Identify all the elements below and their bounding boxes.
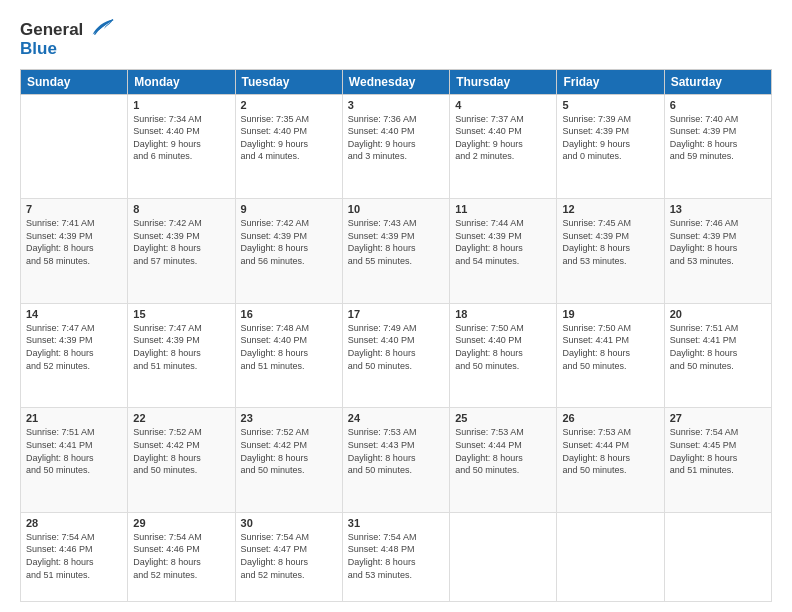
day-info: Sunrise: 7:47 AM Sunset: 4:39 PM Dayligh… <box>26 322 122 372</box>
day-info: Sunrise: 7:41 AM Sunset: 4:39 PM Dayligh… <box>26 217 122 267</box>
day-info: Sunrise: 7:53 AM Sunset: 4:44 PM Dayligh… <box>562 426 658 476</box>
day-info: Sunrise: 7:54 AM Sunset: 4:46 PM Dayligh… <box>133 531 229 581</box>
day-number: 10 <box>348 203 444 215</box>
calendar-table: SundayMondayTuesdayWednesdayThursdayFrid… <box>20 69 772 602</box>
day-cell <box>21 94 128 199</box>
logo: General Blue <box>20 18 115 59</box>
day-number: 14 <box>26 308 122 320</box>
day-number: 3 <box>348 99 444 111</box>
weekday-header-monday: Monday <box>128 69 235 94</box>
day-info: Sunrise: 7:54 AM Sunset: 4:47 PM Dayligh… <box>241 531 337 581</box>
day-number: 20 <box>670 308 766 320</box>
day-number: 16 <box>241 308 337 320</box>
day-cell: 27Sunrise: 7:54 AM Sunset: 4:45 PM Dayli… <box>664 408 771 513</box>
day-cell: 24Sunrise: 7:53 AM Sunset: 4:43 PM Dayli… <box>342 408 449 513</box>
day-info: Sunrise: 7:54 AM Sunset: 4:45 PM Dayligh… <box>670 426 766 476</box>
day-number: 6 <box>670 99 766 111</box>
week-row-3: 14Sunrise: 7:47 AM Sunset: 4:39 PM Dayli… <box>21 303 772 408</box>
day-number: 19 <box>562 308 658 320</box>
day-cell: 25Sunrise: 7:53 AM Sunset: 4:44 PM Dayli… <box>450 408 557 513</box>
day-cell: 8Sunrise: 7:42 AM Sunset: 4:39 PM Daylig… <box>128 199 235 304</box>
day-info: Sunrise: 7:50 AM Sunset: 4:40 PM Dayligh… <box>455 322 551 372</box>
day-number: 27 <box>670 412 766 424</box>
day-cell: 14Sunrise: 7:47 AM Sunset: 4:39 PM Dayli… <box>21 303 128 408</box>
day-number: 18 <box>455 308 551 320</box>
day-info: Sunrise: 7:53 AM Sunset: 4:43 PM Dayligh… <box>348 426 444 476</box>
weekday-header-thursday: Thursday <box>450 69 557 94</box>
day-cell: 30Sunrise: 7:54 AM Sunset: 4:47 PM Dayli… <box>235 512 342 601</box>
day-cell: 23Sunrise: 7:52 AM Sunset: 4:42 PM Dayli… <box>235 408 342 513</box>
day-cell: 20Sunrise: 7:51 AM Sunset: 4:41 PM Dayli… <box>664 303 771 408</box>
header: General Blue <box>20 18 772 59</box>
day-cell: 2Sunrise: 7:35 AM Sunset: 4:40 PM Daylig… <box>235 94 342 199</box>
day-cell: 13Sunrise: 7:46 AM Sunset: 4:39 PM Dayli… <box>664 199 771 304</box>
day-info: Sunrise: 7:50 AM Sunset: 4:41 PM Dayligh… <box>562 322 658 372</box>
day-info: Sunrise: 7:40 AM Sunset: 4:39 PM Dayligh… <box>670 113 766 163</box>
day-info: Sunrise: 7:36 AM Sunset: 4:40 PM Dayligh… <box>348 113 444 163</box>
day-info: Sunrise: 7:34 AM Sunset: 4:40 PM Dayligh… <box>133 113 229 163</box>
day-number: 9 <box>241 203 337 215</box>
day-cell: 5Sunrise: 7:39 AM Sunset: 4:39 PM Daylig… <box>557 94 664 199</box>
weekday-header-sunday: Sunday <box>21 69 128 94</box>
day-number: 29 <box>133 517 229 529</box>
day-number: 23 <box>241 412 337 424</box>
day-number: 17 <box>348 308 444 320</box>
day-number: 24 <box>348 412 444 424</box>
day-number: 13 <box>670 203 766 215</box>
day-info: Sunrise: 7:45 AM Sunset: 4:39 PM Dayligh… <box>562 217 658 267</box>
day-cell: 12Sunrise: 7:45 AM Sunset: 4:39 PM Dayli… <box>557 199 664 304</box>
day-info: Sunrise: 7:51 AM Sunset: 4:41 PM Dayligh… <box>26 426 122 476</box>
day-cell <box>664 512 771 601</box>
logo-bird-icon <box>87 14 115 42</box>
day-info: Sunrise: 7:44 AM Sunset: 4:39 PM Dayligh… <box>455 217 551 267</box>
day-cell: 29Sunrise: 7:54 AM Sunset: 4:46 PM Dayli… <box>128 512 235 601</box>
day-number: 22 <box>133 412 229 424</box>
day-cell: 22Sunrise: 7:52 AM Sunset: 4:42 PM Dayli… <box>128 408 235 513</box>
day-cell: 17Sunrise: 7:49 AM Sunset: 4:40 PM Dayli… <box>342 303 449 408</box>
day-cell: 11Sunrise: 7:44 AM Sunset: 4:39 PM Dayli… <box>450 199 557 304</box>
day-number: 2 <box>241 99 337 111</box>
day-cell: 9Sunrise: 7:42 AM Sunset: 4:39 PM Daylig… <box>235 199 342 304</box>
day-cell: 3Sunrise: 7:36 AM Sunset: 4:40 PM Daylig… <box>342 94 449 199</box>
day-info: Sunrise: 7:39 AM Sunset: 4:39 PM Dayligh… <box>562 113 658 163</box>
day-number: 11 <box>455 203 551 215</box>
day-info: Sunrise: 7:35 AM Sunset: 4:40 PM Dayligh… <box>241 113 337 163</box>
day-info: Sunrise: 7:53 AM Sunset: 4:44 PM Dayligh… <box>455 426 551 476</box>
day-number: 8 <box>133 203 229 215</box>
day-number: 25 <box>455 412 551 424</box>
weekday-header-row: SundayMondayTuesdayWednesdayThursdayFrid… <box>21 69 772 94</box>
day-cell: 15Sunrise: 7:47 AM Sunset: 4:39 PM Dayli… <box>128 303 235 408</box>
day-number: 1 <box>133 99 229 111</box>
week-row-1: 1Sunrise: 7:34 AM Sunset: 4:40 PM Daylig… <box>21 94 772 199</box>
day-info: Sunrise: 7:48 AM Sunset: 4:40 PM Dayligh… <box>241 322 337 372</box>
week-row-2: 7Sunrise: 7:41 AM Sunset: 4:39 PM Daylig… <box>21 199 772 304</box>
logo-general: General <box>20 20 83 40</box>
day-cell: 28Sunrise: 7:54 AM Sunset: 4:46 PM Dayli… <box>21 512 128 601</box>
day-info: Sunrise: 7:49 AM Sunset: 4:40 PM Dayligh… <box>348 322 444 372</box>
day-info: Sunrise: 7:43 AM Sunset: 4:39 PM Dayligh… <box>348 217 444 267</box>
day-info: Sunrise: 7:52 AM Sunset: 4:42 PM Dayligh… <box>241 426 337 476</box>
day-number: 21 <box>26 412 122 424</box>
day-number: 5 <box>562 99 658 111</box>
day-info: Sunrise: 7:42 AM Sunset: 4:39 PM Dayligh… <box>133 217 229 267</box>
day-info: Sunrise: 7:54 AM Sunset: 4:48 PM Dayligh… <box>348 531 444 581</box>
day-number: 26 <box>562 412 658 424</box>
day-info: Sunrise: 7:42 AM Sunset: 4:39 PM Dayligh… <box>241 217 337 267</box>
day-cell: 26Sunrise: 7:53 AM Sunset: 4:44 PM Dayli… <box>557 408 664 513</box>
day-cell: 1Sunrise: 7:34 AM Sunset: 4:40 PM Daylig… <box>128 94 235 199</box>
day-cell: 4Sunrise: 7:37 AM Sunset: 4:40 PM Daylig… <box>450 94 557 199</box>
day-cell <box>557 512 664 601</box>
weekday-header-wednesday: Wednesday <box>342 69 449 94</box>
day-info: Sunrise: 7:54 AM Sunset: 4:46 PM Dayligh… <box>26 531 122 581</box>
day-cell: 19Sunrise: 7:50 AM Sunset: 4:41 PM Dayli… <box>557 303 664 408</box>
day-number: 4 <box>455 99 551 111</box>
day-info: Sunrise: 7:37 AM Sunset: 4:40 PM Dayligh… <box>455 113 551 163</box>
day-cell <box>450 512 557 601</box>
day-info: Sunrise: 7:51 AM Sunset: 4:41 PM Dayligh… <box>670 322 766 372</box>
day-cell: 10Sunrise: 7:43 AM Sunset: 4:39 PM Dayli… <box>342 199 449 304</box>
day-number: 15 <box>133 308 229 320</box>
weekday-header-saturday: Saturday <box>664 69 771 94</box>
day-cell: 31Sunrise: 7:54 AM Sunset: 4:48 PM Dayli… <box>342 512 449 601</box>
day-info: Sunrise: 7:47 AM Sunset: 4:39 PM Dayligh… <box>133 322 229 372</box>
day-number: 30 <box>241 517 337 529</box>
